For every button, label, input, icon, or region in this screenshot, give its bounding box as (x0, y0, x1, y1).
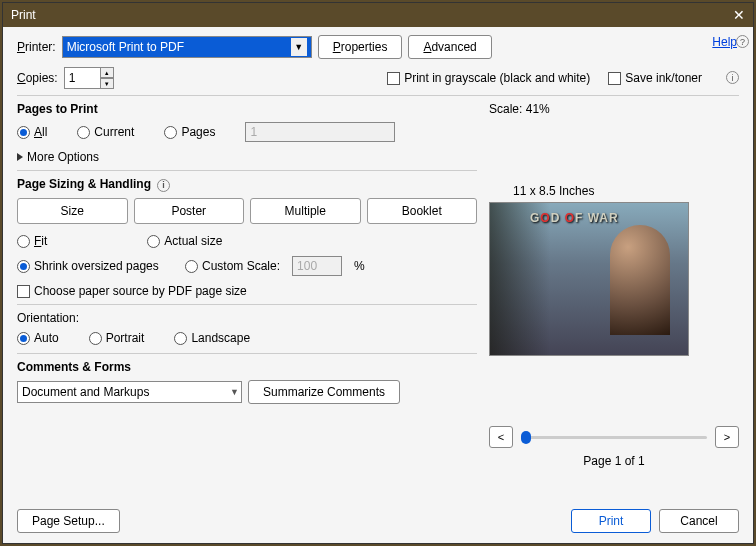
copies-value: 1 (69, 71, 76, 85)
preview-dimensions: 11 x 8.5 Inches (513, 184, 739, 198)
print-preview: GOD OF WAR (489, 202, 689, 356)
chevron-down-icon: ▼ (230, 387, 239, 397)
titlebar: Print ✕ (3, 3, 753, 27)
percent-label: % (354, 259, 365, 273)
print-dialog: Print ✕ Help ? Printer: Microsoft Print … (2, 2, 754, 544)
tab-booklet[interactable]: Booklet (367, 198, 478, 224)
radio-landscape[interactable]: Landscape (174, 331, 250, 345)
radio-actual[interactable]: Actual size (147, 234, 222, 248)
print-button[interactable]: Print (571, 509, 651, 533)
copies-spinner[interactable]: ▲▼ (100, 67, 114, 89)
radio-portrait[interactable]: Portrait (89, 331, 145, 345)
more-options-toggle[interactable]: More Options (17, 150, 477, 164)
dialog-title: Print (11, 8, 36, 22)
comments-select[interactable]: Document and Markups ▼ (17, 381, 242, 403)
radio-pages[interactable]: Pages (164, 125, 215, 139)
radio-current[interactable]: Current (77, 125, 134, 139)
summarize-comments-button[interactable]: Summarize Comments (248, 380, 400, 404)
chevron-down-icon: ▼ (291, 38, 307, 56)
radio-auto[interactable]: Auto (17, 331, 59, 345)
help-icon[interactable]: ? (736, 35, 749, 48)
close-icon[interactable]: ✕ (733, 7, 745, 23)
pages-range-input[interactable] (245, 122, 395, 142)
printer-select[interactable]: Microsoft Print to PDF ▼ (62, 36, 312, 58)
help-link[interactable]: Help (712, 35, 737, 49)
copies-input[interactable]: 1 ▲▼ (64, 67, 114, 89)
scale-readout: Scale: 41% (489, 102, 739, 116)
advanced-button[interactable]: Advanced (408, 35, 491, 59)
tab-size[interactable]: Size (17, 198, 128, 224)
tab-poster[interactable]: Poster (134, 198, 245, 224)
page-indicator: Page 1 of 1 (489, 454, 739, 468)
radio-fit[interactable]: Fit (17, 234, 47, 248)
comments-title: Comments & Forms (17, 360, 477, 374)
page-setup-button[interactable]: Page Setup... (17, 509, 120, 533)
custom-scale-input[interactable] (292, 256, 342, 276)
tab-multiple[interactable]: Multiple (250, 198, 361, 224)
radio-custom[interactable]: Custom Scale: (185, 259, 280, 273)
next-page-button[interactable]: > (715, 426, 739, 448)
info-icon[interactable]: i (157, 179, 170, 192)
orientation-title: Orientation: (17, 311, 477, 325)
prev-page-button[interactable]: < (489, 426, 513, 448)
cancel-button[interactable]: Cancel (659, 509, 739, 533)
printer-selected: Microsoft Print to PDF (67, 40, 184, 54)
info-icon[interactable]: i (726, 71, 739, 84)
pages-to-print-title: Pages to Print (17, 102, 477, 116)
radio-all[interactable]: All (17, 125, 47, 139)
grayscale-checkbox[interactable]: Print in grayscale (black and white) (387, 71, 590, 85)
page-slider[interactable] (521, 436, 707, 439)
copies-label: Copies: (17, 71, 58, 85)
properties-button[interactable]: Properties (318, 35, 403, 59)
sizing-title: Page Sizing & Handlingi (17, 177, 477, 192)
save-ink-checkbox[interactable]: Save ink/toner (608, 71, 702, 85)
radio-shrink[interactable]: Shrink oversized pages (17, 259, 173, 273)
printer-label: Printer: (17, 40, 56, 54)
choose-paper-checkbox[interactable]: Choose paper source by PDF page size (17, 284, 247, 298)
